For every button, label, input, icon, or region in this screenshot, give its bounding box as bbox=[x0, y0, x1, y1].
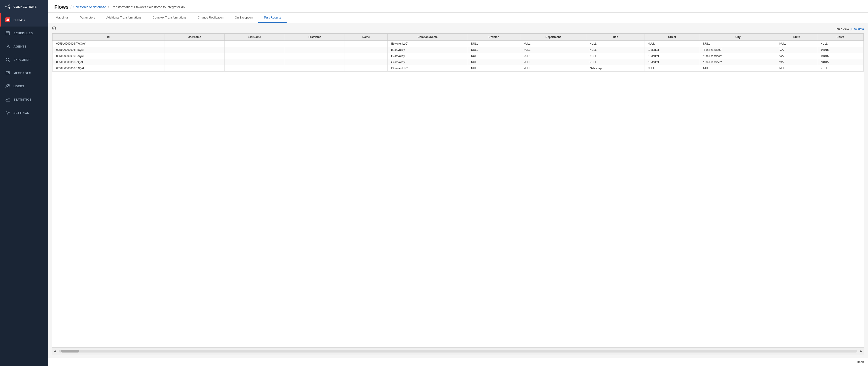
table-cell-title: NULL bbox=[586, 53, 645, 59]
table-cell-companyname: 'iStartValley' bbox=[387, 47, 468, 53]
breadcrumb-sep-2: / bbox=[108, 5, 109, 9]
users-icon bbox=[5, 84, 10, 89]
sidebar: CONNECTIONS FLOWS SCHEDULES bbox=[0, 0, 48, 366]
table-cell-state: NULL bbox=[776, 41, 817, 47]
table-cell-name bbox=[345, 47, 388, 53]
table-cell-id: '0051U0000016iPbQAI' bbox=[53, 47, 164, 53]
tab-on-exception[interactable]: On Exception bbox=[229, 12, 258, 23]
sidebar-item-schedules-label: SCHEDULES bbox=[13, 32, 33, 35]
main-content: Flows / Salesforce to database / Transfo… bbox=[48, 0, 868, 366]
table-cell-posta: '94015' bbox=[817, 53, 864, 59]
tab-complex-transformations[interactable]: Complex Transformations bbox=[147, 12, 192, 23]
sidebar-item-messages[interactable]: MESSAGES bbox=[0, 66, 48, 80]
tab-change-replication[interactable]: Change Replication bbox=[192, 12, 229, 23]
sidebar-item-flows[interactable]: FLOWS bbox=[0, 13, 48, 27]
col-header-posta: Posta bbox=[817, 34, 864, 41]
svg-point-0 bbox=[6, 6, 7, 7]
table-cell-state: NULL bbox=[776, 65, 817, 72]
stats-icon bbox=[5, 97, 10, 102]
table-cell-department: NULL bbox=[520, 53, 586, 59]
sidebar-item-statistics[interactable]: STATISTICS bbox=[0, 93, 48, 106]
tab-mappings[interactable]: Mappings bbox=[50, 12, 74, 23]
table-cell-title: NULL bbox=[586, 59, 645, 65]
table-cell-username bbox=[164, 47, 224, 53]
breadcrumb-crumb2: Transformation: Etlworks Salesforce to I… bbox=[111, 5, 185, 9]
svg-point-14 bbox=[8, 85, 9, 86]
data-table-wrapper[interactable]: Id Username LastName FirstName Name Comp… bbox=[52, 33, 864, 347]
sidebar-item-agents[interactable]: AGENTS bbox=[0, 40, 48, 53]
table-cell-lastname bbox=[224, 47, 284, 53]
content-area: Table view | Raw data Id Username LastNa… bbox=[48, 23, 868, 358]
table-cell-companyname: 'Etlworks LLC' bbox=[387, 41, 468, 47]
explorer-icon bbox=[5, 57, 10, 62]
table-row: '0051U0000016iPeQAI''iStartValley'NULLNU… bbox=[53, 53, 864, 59]
sidebar-item-statistics-label: STATISTICS bbox=[13, 98, 32, 101]
raw-data-link[interactable]: Raw data bbox=[851, 27, 864, 31]
table-cell-username bbox=[164, 41, 224, 47]
table-cell-name bbox=[345, 41, 388, 47]
sidebar-item-users[interactable]: USERS bbox=[0, 80, 48, 93]
table-cell-division: NULL bbox=[468, 41, 520, 47]
table-cell-department: NULL bbox=[520, 47, 586, 53]
table-view-label[interactable]: Table view bbox=[835, 27, 849, 31]
agent-icon bbox=[5, 44, 10, 49]
breadcrumb-crumb1[interactable]: Salesforce to database bbox=[73, 5, 106, 9]
table-cell-posta: '94015' bbox=[817, 59, 864, 65]
col-header-title: Title bbox=[586, 34, 645, 41]
svg-line-4 bbox=[7, 7, 9, 8]
calendar-icon bbox=[5, 31, 10, 36]
svg-point-2 bbox=[9, 7, 10, 9]
refresh-button[interactable] bbox=[52, 26, 56, 31]
table-cell-department: NULL bbox=[520, 59, 586, 65]
svg-line-3 bbox=[7, 5, 9, 6]
puzzle-icon bbox=[5, 18, 10, 22]
table-cell-state: 'CA' bbox=[776, 59, 817, 65]
sidebar-item-settings[interactable]: SETTINGS bbox=[0, 106, 48, 119]
scroll-thumb[interactable] bbox=[61, 350, 79, 353]
table-cell-lastname bbox=[224, 41, 284, 47]
sidebar-item-flows-label: FLOWS bbox=[13, 18, 25, 22]
col-header-firstname: FirstName bbox=[284, 34, 345, 41]
table-row: '0051U0000016iPbQAI''iStartValley'NULLNU… bbox=[53, 47, 864, 53]
table-cell-firstname bbox=[284, 65, 345, 72]
col-header-lastname: LastName bbox=[224, 34, 284, 41]
table-cell-title: NULL bbox=[586, 47, 645, 53]
table-cell-posta: '94015' bbox=[817, 47, 864, 53]
scroll-left-arrow[interactable]: ◀ bbox=[52, 348, 58, 354]
col-header-id: Id bbox=[53, 34, 164, 41]
sidebar-item-agents-label: AGENTS bbox=[13, 45, 27, 48]
tab-parameters[interactable]: Parameters bbox=[74, 12, 100, 23]
scroll-right-arrow[interactable]: ▶ bbox=[858, 348, 864, 354]
table-cell-city: NULL bbox=[700, 41, 776, 47]
data-table: Id Username LastName FirstName Name Comp… bbox=[52, 33, 864, 72]
table-row: '0051U0000016iPWQAY''Etlworks LLC'NULLNU… bbox=[53, 41, 864, 47]
page-title: Flows bbox=[54, 4, 68, 10]
sidebar-item-explorer-label: EXPLORER bbox=[13, 58, 31, 61]
table-cell-street: NULL bbox=[645, 41, 700, 47]
back-button[interactable]: Back bbox=[857, 360, 864, 364]
table-cell-username bbox=[164, 65, 224, 72]
col-header-state: State bbox=[776, 34, 817, 41]
table-cell-firstname bbox=[284, 47, 345, 53]
table-cell-lastname bbox=[224, 65, 284, 72]
sidebar-item-settings-label: SETTINGS bbox=[13, 111, 29, 115]
scroll-track[interactable] bbox=[59, 350, 857, 353]
table-row: '0051U0000016iPfQAI''iStartValley'NULLNU… bbox=[53, 59, 864, 65]
table-cell-city: NULL bbox=[700, 65, 776, 72]
tab-test-results[interactable]: Test Results bbox=[258, 12, 287, 23]
sidebar-item-connections[interactable]: CONNECTIONS bbox=[0, 0, 48, 13]
tab-additional-transformations[interactable]: Additional Transformations bbox=[101, 12, 147, 23]
table-cell-city: 'San Francisco' bbox=[700, 59, 776, 65]
table-cell-posta: NULL bbox=[817, 41, 864, 47]
table-cell-title: NULL bbox=[586, 41, 645, 47]
sidebar-item-schedules[interactable]: SCHEDULES bbox=[0, 27, 48, 40]
table-cell-name bbox=[345, 59, 388, 65]
table-cell-street: NULL bbox=[645, 65, 700, 72]
table-cell-name bbox=[345, 65, 388, 72]
table-cell-department: NULL bbox=[520, 41, 586, 47]
table-cell-id: '0051U0000016iR4QAI' bbox=[53, 65, 164, 72]
horizontal-scrollbar[interactable]: ◀ ▶ bbox=[52, 347, 864, 355]
sidebar-item-explorer[interactable]: EXPLORER bbox=[0, 53, 48, 66]
sidebar-item-users-label: USERS bbox=[13, 85, 24, 88]
col-header-companyname: CompanyName bbox=[387, 34, 468, 41]
